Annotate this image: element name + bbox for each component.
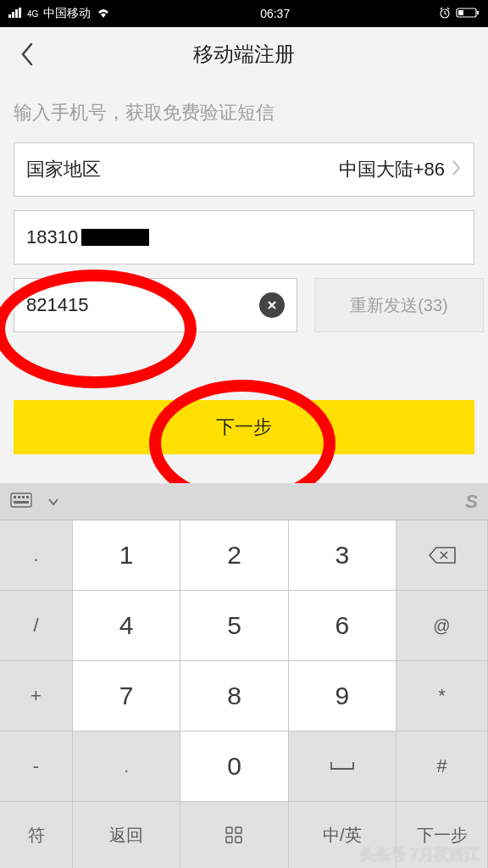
status-time: 06:37 <box>260 7 290 20</box>
svg-rect-16 <box>226 837 232 843</box>
keyboard-brand: S <box>465 491 478 513</box>
phone-prefix: 18310 <box>26 226 78 248</box>
keyboard-bottom-row: 符 返回 中/英 下一步 <box>0 802 488 868</box>
key-9[interactable]: 9 <box>289 661 396 732</box>
keyboard-grid: . 1 2 3 / 4 5 6 @ + 7 8 9 * - . 0 # <box>0 520 488 802</box>
key-space[interactable] <box>289 732 396 802</box>
key-side-plus[interactable]: + <box>0 661 73 732</box>
key-4[interactable]: 4 <box>73 591 180 661</box>
svg-rect-13 <box>14 501 29 504</box>
key-3[interactable]: 3 <box>289 520 396 591</box>
phone-censor <box>81 229 149 246</box>
key-next[interactable]: 下一步 <box>396 802 488 868</box>
key-1[interactable]: 1 <box>73 520 180 591</box>
svg-rect-11 <box>22 496 25 498</box>
key-backspace[interactable] <box>396 520 488 591</box>
svg-rect-1 <box>12 12 14 18</box>
key-7[interactable]: 7 <box>73 661 180 732</box>
svg-rect-14 <box>226 827 232 833</box>
next-button[interactable]: 下一步 <box>14 400 474 454</box>
signal-icon <box>8 7 22 20</box>
svg-rect-10 <box>18 496 20 498</box>
back-button[interactable] <box>8 36 46 73</box>
verification-code-field[interactable] <box>14 278 297 332</box>
next-label: 下一步 <box>216 415 272 440</box>
region-value: 中国大陆+86 <box>101 157 445 182</box>
form-content: 输入手机号，获取免费验证短信 国家地区 中国大陆+86 18310 重新发送(3… <box>0 81 488 454</box>
key-symbols[interactable]: 符 <box>0 802 73 868</box>
svg-rect-17 <box>236 837 241 843</box>
key-star[interactable]: * <box>396 661 488 732</box>
key-5[interactable]: 5 <box>180 591 288 661</box>
keyboard-layout-icon[interactable] <box>10 492 32 511</box>
key-side-minus[interactable]: - <box>0 732 73 802</box>
battery-icon <box>456 7 480 21</box>
wifi-icon <box>96 7 111 20</box>
numeric-keyboard: S . 1 2 3 / 4 5 6 @ + 7 8 9 * - . 0 # 符 … <box>0 483 488 868</box>
resend-button: 重新发送(33) <box>314 278 484 332</box>
verification-code-input[interactable] <box>26 294 259 316</box>
clear-icon[interactable] <box>259 292 285 318</box>
carrier-label: 中国移动 <box>43 6 91 21</box>
keyboard-toolbar: S <box>0 483 488 520</box>
svg-rect-15 <box>236 827 241 833</box>
key-hash[interactable]: # <box>396 732 488 802</box>
status-right <box>439 7 480 21</box>
region-label: 国家地区 <box>26 157 101 182</box>
key-decimal[interactable]: . <box>73 732 180 802</box>
svg-rect-6 <box>477 11 479 14</box>
region-selector[interactable]: 国家地区 中国大陆+86 <box>14 142 474 197</box>
carrier-4g: 4G <box>27 9 38 19</box>
key-at[interactable]: @ <box>396 591 488 661</box>
keyboard-collapse-icon[interactable] <box>47 494 59 509</box>
app-header: 移动端注册 <box>0 27 488 81</box>
status-left: 4G 中国移动 <box>8 6 111 21</box>
key-0[interactable]: 0 <box>180 732 288 802</box>
svg-rect-12 <box>26 496 29 498</box>
page-title: 移动端注册 <box>193 41 295 68</box>
key-side-dot[interactable]: . <box>0 520 73 591</box>
key-8[interactable]: 8 <box>180 661 288 732</box>
svg-rect-7 <box>458 10 463 15</box>
chevron-right-icon <box>452 158 462 181</box>
key-6[interactable]: 6 <box>289 591 396 661</box>
svg-rect-3 <box>19 8 21 18</box>
resend-label: 重新发送(33) <box>350 294 448 317</box>
key-return[interactable]: 返回 <box>73 802 180 868</box>
key-lang[interactable]: 中/英 <box>289 802 396 868</box>
status-bar: 4G 中国移动 06:37 <box>0 0 488 27</box>
svg-rect-8 <box>11 493 31 507</box>
alarm-icon <box>439 7 451 21</box>
key-side-slash[interactable]: / <box>0 591 73 661</box>
key-2[interactable]: 2 <box>180 520 288 591</box>
svg-rect-0 <box>8 14 11 18</box>
svg-rect-2 <box>15 9 18 18</box>
form-prompt: 输入手机号，获取免费验证短信 <box>14 100 474 125</box>
key-mode-123[interactable] <box>180 802 288 868</box>
phone-field[interactable]: 18310 <box>14 210 474 264</box>
svg-rect-9 <box>14 496 16 498</box>
